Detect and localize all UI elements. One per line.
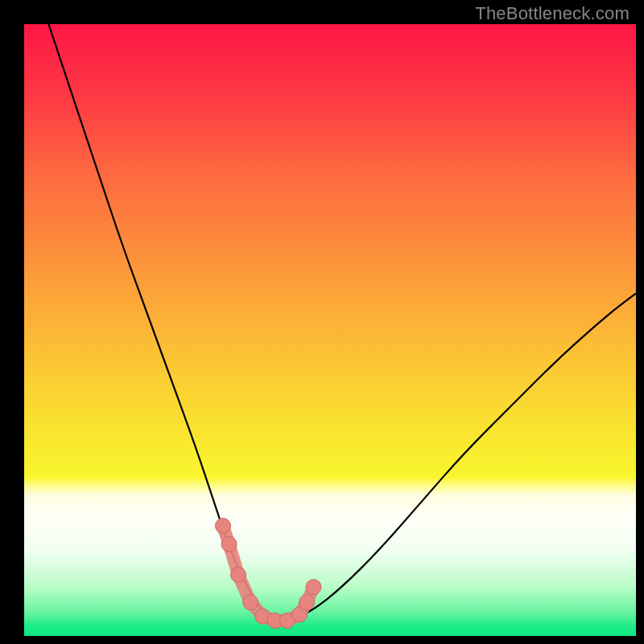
marker-group xyxy=(216,518,321,629)
watermark-text: TheBottleneck.com xyxy=(475,3,630,24)
curve-path xyxy=(48,24,636,621)
marker-point xyxy=(243,595,258,610)
chart-container: TheBottleneck.com xyxy=(0,0,644,644)
marker-point xyxy=(216,518,231,534)
marker-point xyxy=(221,537,237,552)
marker-point xyxy=(306,580,321,595)
bottleneck-curve xyxy=(24,24,636,636)
plot-area xyxy=(24,24,636,636)
marker-point xyxy=(231,568,246,583)
marker-point xyxy=(299,595,315,610)
